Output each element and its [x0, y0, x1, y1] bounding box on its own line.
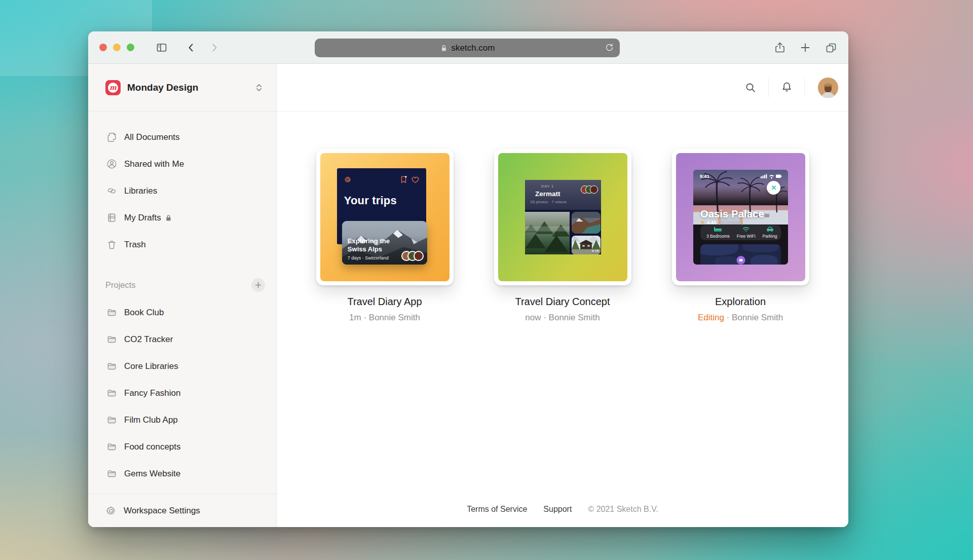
tabs-icon[interactable]	[825, 42, 837, 54]
editing-status: Editing	[698, 313, 724, 322]
document-thumbnail[interactable]: Your trips RECENT TRIP	[316, 149, 454, 285]
thumb-app-panel: DAY 1 Zermatt 28 photos · 7 videos	[525, 180, 601, 254]
thumb-resort-title: Oasis Palace	[700, 208, 764, 220]
document-meta: 1m · Bonnie Smith	[316, 313, 454, 323]
gear-icon	[344, 176, 352, 185]
project-item-label: CO2 Tracker	[124, 334, 173, 345]
workspace-settings-button[interactable]: Workspace Settings	[88, 494, 276, 527]
workspace-settings-label: Workspace Settings	[124, 506, 200, 516]
document-thumbnail[interactable]: DAY 1 Zermatt 28 photos · 7 videos	[494, 149, 631, 285]
trip-meta: 7 days · Switzerland	[348, 255, 390, 260]
document-title[interactable]: Exploration	[672, 296, 809, 308]
search-icon[interactable]	[739, 76, 762, 99]
documents-icon	[105, 131, 118, 143]
address-bar[interactable]: sketch.com	[315, 39, 620, 57]
header-divider	[768, 78, 769, 97]
browser-window: sketch.com	[88, 31, 848, 527]
forest-photo	[525, 212, 570, 254]
forward-icon[interactable]	[209, 43, 219, 53]
sidebar-item-label: Libraries	[124, 186, 157, 196]
support-link[interactable]: Support	[543, 505, 572, 514]
lock-icon	[440, 44, 448, 52]
project-item-book-club[interactable]: Book Club	[88, 299, 276, 326]
amenity-parking: Parking	[763, 227, 777, 239]
thumb-phone-mockup: 9:41	[693, 170, 788, 265]
share-icon[interactable]	[774, 42, 785, 54]
page-footer: Terms of Service Support © 2021 Sketch B…	[277, 505, 848, 514]
status-time: 9:41	[700, 173, 709, 179]
project-item-fancy-fashion[interactable]: Fancy Fashion	[88, 380, 276, 406]
sidebar-item-trash[interactable]: Trash	[88, 231, 276, 258]
bookmark-icon	[400, 176, 407, 185]
person-icon	[105, 158, 118, 170]
lock-icon	[165, 214, 172, 221]
document-meta: now · Bonnie Smith	[494, 313, 631, 323]
thumb-media-meta: 28 photos · 7 videos	[530, 200, 601, 204]
sidebar-item-label: Trash	[124, 240, 146, 250]
main-content: Your trips RECENT TRIP	[277, 64, 848, 527]
sidebar-item-shared-with-me[interactable]: Shared with Me	[88, 151, 276, 177]
document-meta: Editing · Bonnie Smith	[672, 313, 809, 323]
avatar[interactable]	[818, 78, 838, 98]
sidebar-toggle-icon[interactable]	[156, 42, 168, 54]
url-text: sketch.com	[452, 43, 495, 53]
trip-title-line2: Swiss Alps	[348, 245, 390, 253]
sidebar-item-label: My Drafts	[124, 213, 161, 223]
add-project-button[interactable]	[251, 278, 265, 292]
workspace-switcher[interactable]: m Monday Design	[88, 64, 276, 111]
project-item-food-concepts[interactable]: Food concepts	[88, 433, 276, 460]
project-item-label: Gems Website	[124, 469, 180, 479]
reload-icon[interactable]	[605, 43, 614, 55]
document-card-travel-diary-app: Your trips RECENT TRIP	[316, 149, 454, 323]
chalet-photo: 4:15	[572, 236, 601, 254]
copyright-text: © 2021 Sketch B.V.	[588, 505, 658, 514]
status-icons	[761, 173, 782, 179]
sidebar: m Monday Design	[88, 64, 277, 527]
amenity-wifi: Free WiFi	[737, 227, 756, 239]
zoom-window-button[interactable]	[127, 44, 134, 51]
project-item-gems-website[interactable]: Gems Website	[88, 460, 276, 487]
minimize-window-button[interactable]	[113, 44, 121, 51]
close-window-button[interactable]	[99, 44, 107, 51]
workspace-name: Monday Design	[127, 82, 198, 93]
star-icon: ★	[700, 219, 705, 225]
folder-icon	[105, 360, 118, 372]
heart-icon	[411, 176, 419, 185]
document-title[interactable]: Travel Diary App	[316, 296, 454, 308]
folder-icon	[105, 387, 118, 399]
thumb-trip-photo: Exploring the Swiss Alps 7 days · Switze…	[342, 221, 427, 265]
trip-title-line1: Exploring the	[348, 237, 390, 245]
bell-icon[interactable]	[775, 76, 798, 99]
video-duration-badge: 4:15	[591, 249, 598, 253]
folder-icon	[105, 468, 118, 479]
project-item-label: Book Club	[124, 308, 164, 318]
chevron-up-down-icon[interactable]	[255, 83, 263, 92]
sidebar-item-all-documents[interactable]: All Documents	[88, 124, 276, 151]
thumb-map	[700, 244, 781, 265]
link-icon	[105, 185, 118, 197]
back-icon[interactable]	[186, 43, 196, 53]
thumb-amenities: 3 Bedrooms Free WiFi	[700, 225, 781, 240]
trip-member-avatars	[405, 251, 424, 261]
document-card-exploration: 9:41	[672, 149, 809, 323]
sidebar-item-my-drafts[interactable]: My Drafts	[88, 204, 276, 231]
sidebar-item-libraries[interactable]: Libraries	[88, 177, 276, 204]
document-thumbnail[interactable]: 9:41	[672, 149, 809, 285]
trash-icon	[105, 239, 118, 250]
thumb-rating: ★ 4.41 (58 reviews)	[700, 219, 743, 225]
project-item-label: Core Libraries	[124, 361, 178, 371]
project-item-core-libraries[interactable]: Core Libraries	[88, 353, 276, 380]
sidebar-item-label: All Documents	[124, 132, 180, 142]
folder-icon	[105, 333, 118, 345]
sidebar-item-label: Shared with Me	[124, 159, 184, 169]
drafts-icon	[105, 212, 118, 223]
wifi-icon	[742, 227, 750, 232]
bed-icon	[714, 227, 722, 232]
content-header	[277, 64, 848, 111]
browser-toolbar: sketch.com	[88, 31, 848, 64]
document-title[interactable]: Travel Diary Concept	[494, 296, 631, 308]
project-item-co2-tracker[interactable]: CO2 Tracker	[88, 326, 276, 353]
project-item-film-club-app[interactable]: Film Club App	[88, 406, 276, 433]
terms-link[interactable]: Terms of Service	[467, 505, 527, 514]
new-tab-icon[interactable]	[800, 42, 811, 53]
